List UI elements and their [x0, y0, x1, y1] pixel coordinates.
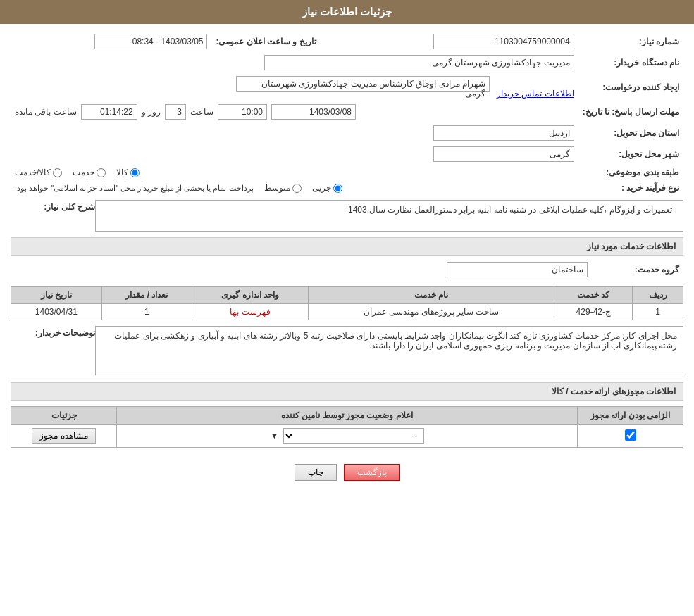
- permit-row: -- ▼ مشاهده مجوز: [11, 425, 683, 448]
- buyer-name-label: نام دستگاه خریدار:: [578, 52, 683, 73]
- permit-details-cell: مشاهده مجوز: [11, 425, 117, 448]
- radio-mutawaset-label: متوسط: [264, 183, 290, 193]
- city-label: شهر محل تحویل:: [578, 144, 683, 165]
- province-label: استان محل تحویل:: [578, 122, 683, 144]
- cell-need-date: 1403/04/31: [11, 304, 102, 320]
- back-button[interactable]: بازگشت: [344, 464, 400, 481]
- need-number-value: 1103004759000004: [330, 31, 578, 52]
- permits-section-title: اطلاعات مجوزهای ارائه خدمت / کالا: [11, 382, 683, 401]
- purchase-note: پرداخت تمام یا بخشی از مبلغ خریداز محل "…: [15, 184, 254, 193]
- send-date-label: مهلت ارسال پاسخ: تا تاریخ:: [578, 101, 683, 122]
- cell-service-name: ساخت سایر پروژه‌های مهندسی عمران: [308, 304, 554, 320]
- radio-kala-label: کالا: [116, 168, 128, 177]
- description-label: شرح کلی نیاز:: [11, 200, 95, 212]
- purchase-type-row: پرداخت تمام یا بخشی از مبلغ خریداز محل "…: [11, 180, 578, 196]
- description-content: : تعمیرات و ایزوگام ،کلیه عملیات ابلاغی …: [95, 200, 683, 232]
- creator-row: اطلاعات تماس خریدار شهرام مرادی اوجاق کا…: [11, 73, 578, 101]
- page-header: جزئیات اطلاعات نیاز: [0, 0, 694, 24]
- view-permit-button[interactable]: مشاهده مجوز: [32, 428, 95, 444]
- col-service-code: کد خدمت: [554, 287, 633, 304]
- announce-datetime-input: 1403/03/05 - 08:34: [94, 34, 207, 49]
- buyer-notes-content: محل اجرای کار: مرکز خدمات کشاورزی تازه ک…: [95, 326, 683, 375]
- category-radio-group: کالا/خدمت خدمت کالا: [15, 168, 574, 177]
- purchase-type-label: نوع فرآیند خرید :: [578, 180, 683, 196]
- description-value[interactable]: : تعمیرات و ایزوگام ،کلیه عملیات ابلاغی …: [95, 200, 683, 232]
- radio-khedmat-label: خدمت: [73, 168, 94, 177]
- send-date-value: 1403/03/08: [271, 104, 356, 120]
- service-group-table: گروه خدمت: ساختمان: [11, 259, 683, 280]
- radio-jozi: جزیی: [312, 183, 342, 193]
- chevron-down-icon: ▼: [270, 431, 278, 441]
- radio-mutawaset: متوسط: [264, 183, 302, 193]
- permit-status-cell: -- ▼: [117, 425, 578, 448]
- main-content: شماره نیاز: 1103004759000004 تاریخ و ساع…: [0, 24, 694, 498]
- remain-label: ساعت باقی مانده: [15, 107, 77, 117]
- permit-required-checkbox[interactable]: [625, 429, 636, 441]
- description-row: شرح کلی نیاز: : تعمیرات و ایزوگام ،کلیه …: [11, 200, 683, 232]
- buyer-notes-label: توضیحات خریدار:: [11, 326, 95, 338]
- need-number-input: 1103004759000004: [433, 34, 574, 49]
- col-service-name: نام خدمت: [308, 287, 554, 304]
- info-table: شماره نیاز: 1103004759000004 تاریخ و ساع…: [11, 31, 683, 196]
- page-title: جزئیات اطلاعات نیاز: [302, 6, 392, 18]
- service-group-input: ساختمان: [447, 262, 588, 277]
- radio-khedmat: خدمت: [73, 168, 106, 177]
- need-number-label: شماره نیاز:: [578, 31, 683, 52]
- time-label: ساعت: [190, 107, 213, 117]
- col-quantity: تعداد / مقدار: [101, 287, 192, 304]
- category-label: طبقه بندی موضوعی:: [578, 165, 683, 180]
- radio-khedmat-input[interactable]: [97, 168, 106, 177]
- city-value: گرمی: [433, 146, 574, 162]
- announce-datetime-label: تاریخ و ساعت اعلان عمومی:: [211, 31, 330, 52]
- send-date-row: ساعت باقی مانده 01:14:22 روز و 3 ساعت 10…: [11, 101, 578, 122]
- purchase-type-radio-group: پرداخت تمام یا بخشی از مبلغ خریداز محل "…: [15, 183, 574, 193]
- col-status: اعلام وضعیت مجوز توسط نامین کننده: [117, 407, 578, 425]
- radio-kala-khedmat: کالا/خدمت: [15, 168, 62, 177]
- province-value: اردبیل: [433, 125, 574, 141]
- col-details: جزئیات: [11, 407, 117, 425]
- radio-jozi-input[interactable]: [333, 184, 342, 193]
- col-need-date: تاریخ نیاز: [11, 287, 102, 304]
- radio-kala-khedmat-input[interactable]: [53, 168, 62, 177]
- radio-jozi-label: جزیی: [312, 183, 331, 193]
- cell-unit[interactable]: فهرست بها: [192, 304, 309, 320]
- cell-row-num: 1: [633, 304, 683, 320]
- services-table: ردیف کد خدمت نام خدمت واحد اندازه گیری ت…: [11, 286, 683, 320]
- cell-quantity: 1: [101, 304, 192, 320]
- radio-kala-input[interactable]: [130, 168, 140, 177]
- creator-link[interactable]: اطلاعات تماس خریدار: [497, 89, 574, 99]
- print-button[interactable]: چاپ: [295, 464, 337, 481]
- radio-kala: کالا: [116, 168, 140, 177]
- buyer-name-value: مدیریت جهادکشاورزی شهرستان گرمی: [11, 52, 578, 73]
- service-group-value: ساختمان: [11, 259, 592, 280]
- permit-status-select[interactable]: --: [283, 428, 424, 444]
- buyer-name-input: مدیریت جهادکشاورزی شهرستان گرمی: [264, 55, 574, 70]
- buyer-notes-value[interactable]: محل اجرای کار: مرکز خدمات کشاورزی تازه ک…: [95, 326, 683, 375]
- time-value: 10:00: [218, 104, 267, 120]
- days-value: 3: [165, 104, 186, 120]
- page-wrapper: جزئیات اطلاعات نیاز شماره نیاز: 11030047…: [0, 0, 694, 616]
- creator-label: ایجاد کننده درخواست:: [578, 73, 683, 101]
- permit-required-cell: [578, 425, 683, 448]
- province-row: اردبیل: [11, 122, 578, 144]
- services-section-title: اطلاعات خدمات مورد نیاز: [11, 237, 683, 256]
- category-row: کالا/خدمت خدمت کالا: [11, 165, 578, 180]
- radio-kala-khedmat-label: کالا/خدمت: [15, 168, 51, 177]
- footer-buttons: بازگشت چاپ: [11, 453, 683, 491]
- days-label: روز و: [142, 107, 161, 117]
- city-row: گرمی: [11, 144, 578, 165]
- permits-table: الزامی بودن ارائه مجوز اعلام وضعیت مجوز …: [11, 406, 683, 448]
- col-required: الزامی بودن ارائه مجوز: [578, 407, 683, 425]
- creator-input: شهرام مرادی اوجاق کارشناس مدیریت جهادکشا…: [236, 76, 490, 92]
- buyer-notes-row: توضیحات خریدار: محل اجرای کار: مرکز خدما…: [11, 326, 683, 375]
- cell-service-code: ج-42-429: [554, 304, 633, 320]
- announce-datetime-value: 1403/03/05 - 08:34: [11, 31, 211, 52]
- service-group-label: گروه خدمت:: [592, 259, 683, 280]
- col-row-num: ردیف: [633, 287, 683, 304]
- table-row: 1 ج-42-429 ساخت سایر پروژه‌های مهندسی عم…: [11, 304, 683, 320]
- remain-value: 01:14:22: [81, 104, 137, 120]
- radio-mutawaset-input[interactable]: [292, 184, 302, 193]
- col-unit: واحد اندازه گیری: [192, 287, 309, 304]
